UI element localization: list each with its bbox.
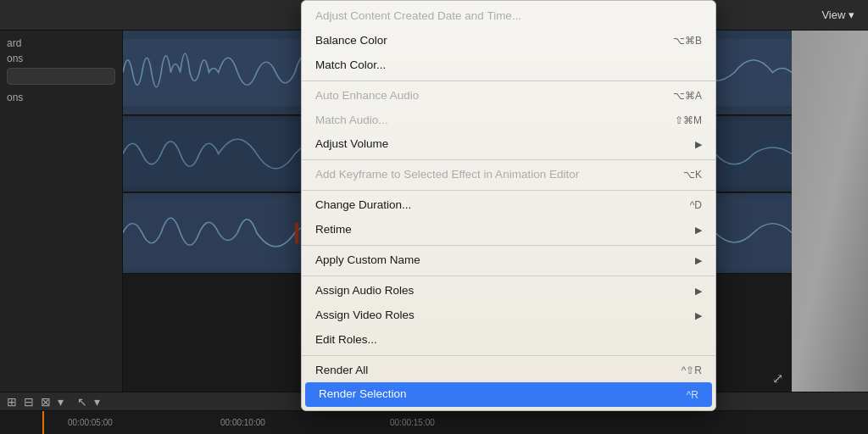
time-marker-3: 00:00:15:00 xyxy=(390,418,435,427)
menu-item-match-color[interactable]: Match Color... xyxy=(302,53,715,78)
blade-tool[interactable]: ▾ xyxy=(94,395,100,409)
menu-label-retime: Retime xyxy=(315,222,688,238)
menu-label-auto-enhance-audio: Auto Enhance Audio xyxy=(315,88,659,104)
menu-item-change-duration[interactable]: Change Duration...^D xyxy=(302,193,715,218)
menu-shortcut-render-all: ^⇧R xyxy=(682,364,702,378)
menu-shortcut-balance-color: ⌥⌘B xyxy=(673,34,702,48)
menu-arrow-adjust-volume: ▶ xyxy=(695,138,702,151)
timeline-icon[interactable]: ⊟ xyxy=(24,395,34,409)
menu-item-render-selection[interactable]: Render Selection^R xyxy=(305,382,712,407)
menu-arrow-apply-custom-name: ▶ xyxy=(695,254,702,267)
menu-label-match-color: Match Color... xyxy=(315,58,702,74)
menu-label-assign-audio-roles: Assign Audio Roles xyxy=(315,283,688,299)
menu-label-render-selection: Render Selection xyxy=(319,387,673,403)
sidebar-search[interactable] xyxy=(7,68,115,85)
menu-item-adjust-volume[interactable]: Adjust Volume▶ xyxy=(302,132,715,157)
menu-arrow-assign-audio-roles: ▶ xyxy=(695,285,702,298)
menu-separator xyxy=(302,355,715,356)
playhead xyxy=(42,411,44,434)
svg-rect-3 xyxy=(295,223,299,244)
menu-separator xyxy=(302,275,715,276)
menu-shortcut-add-keyframe: ⌥K xyxy=(683,168,702,182)
time-marker-1: 00:00:05:00 xyxy=(68,418,113,427)
menu-item-edit-roles[interactable]: Edit Roles... xyxy=(302,328,715,353)
menu-separator xyxy=(302,159,715,160)
view-button[interactable]: View ▾ xyxy=(821,8,854,21)
menu-item-auto-enhance-audio: Auto Enhance Audio⌥⌘A xyxy=(302,84,715,108)
menu-item-render-all[interactable]: Render All^⇧R xyxy=(302,359,715,383)
sidebar-label-3: ons xyxy=(7,92,115,103)
menu-item-assign-video-roles[interactable]: Assign Video Roles▶ xyxy=(302,303,715,328)
menu-separator xyxy=(302,81,715,81)
context-menu: Adjust Content Created Date and Time...B… xyxy=(301,0,716,411)
menu-item-assign-audio-roles[interactable]: Assign Audio Roles▶ xyxy=(302,279,715,303)
pointer-tool[interactable]: ↖ xyxy=(77,395,87,409)
time-marker-2: 00:00:10:00 xyxy=(220,418,265,427)
menu-shortcut-auto-enhance-audio: ⌥⌘A xyxy=(673,89,702,103)
menu-label-render-all: Render All xyxy=(315,363,668,379)
left-sidebar: ard ons ons xyxy=(0,31,123,392)
menu-label-apply-custom-name: Apply Custom Name xyxy=(315,253,688,269)
menu-shortcut-change-duration: ^D xyxy=(690,198,702,213)
layout-icon[interactable]: ⊠ xyxy=(41,395,51,409)
menu-shortcut-render-selection: ^R xyxy=(687,388,698,403)
menu-label-assign-video-roles: Assign Video Roles xyxy=(315,308,688,324)
menu-separator xyxy=(302,245,715,246)
clip-icon[interactable]: ⊞ xyxy=(7,395,17,409)
menu-label-balance-color: Balance Color xyxy=(315,33,659,49)
dropdown-icon[interactable]: ▾ xyxy=(58,395,64,409)
menu-arrow-assign-video-roles: ▶ xyxy=(695,309,702,322)
menu-shortcut-match-audio: ⇧⌘M xyxy=(675,114,702,128)
menu-arrow-retime: ▶ xyxy=(695,224,702,236)
menu-item-adjust-content-date: Adjust Content Created Date and Time... xyxy=(302,4,715,29)
expand-icon[interactable]: ⤢ xyxy=(772,370,783,387)
sidebar-label-1: ard xyxy=(7,37,115,49)
menu-label-adjust-volume: Adjust Volume xyxy=(315,136,688,153)
timeline-ruler: 00:00:05:00 00:00:10:00 00:00:15:00 xyxy=(0,411,868,434)
menu-item-match-audio: Match Audio...⇧⌘M xyxy=(302,108,715,133)
menu-item-retime[interactable]: Retime▶ xyxy=(302,218,715,242)
sidebar-label-2: ons xyxy=(7,53,115,64)
menu-label-edit-roles: Edit Roles... xyxy=(315,332,702,348)
menu-label-adjust-content-date: Adjust Content Created Date and Time... xyxy=(315,8,702,25)
menu-separator xyxy=(302,190,715,191)
menu-item-apply-custom-name[interactable]: Apply Custom Name▶ xyxy=(302,248,715,273)
right-preview xyxy=(792,31,868,392)
menu-label-match-audio: Match Audio... xyxy=(315,113,661,129)
menu-item-balance-color[interactable]: Balance Color⌥⌘B xyxy=(302,29,715,53)
menu-item-add-keyframe: Add Keyframe to Selected Effect in Anima… xyxy=(302,163,715,187)
menu-label-change-duration: Change Duration... xyxy=(315,198,676,214)
menu-label-add-keyframe: Add Keyframe to Selected Effect in Anima… xyxy=(315,167,670,183)
